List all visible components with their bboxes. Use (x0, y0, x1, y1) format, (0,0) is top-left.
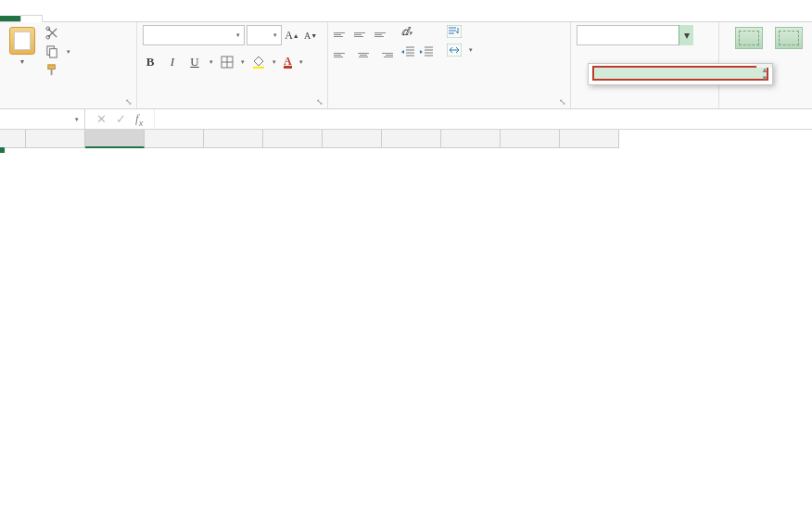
borders-button[interactable] (221, 56, 234, 69)
col-header[interactable] (145, 130, 204, 148)
col-header[interactable] (263, 130, 323, 148)
worksheet-grid[interactable] (0, 130, 812, 148)
align-left-button[interactable] (334, 45, 352, 64)
chevron-down-icon: ▾ (299, 58, 303, 66)
select-all-button[interactable] (0, 130, 26, 148)
chevron-down-icon: ▾ (273, 32, 277, 39)
group-font: ▾ ▾ A▲ A▼ B I U ▾ ▾ ▾ (137, 22, 328, 108)
align-center-button[interactable] (354, 45, 373, 64)
align-top-button[interactable] (334, 25, 352, 44)
col-header[interactable] (560, 130, 619, 148)
bold-button[interactable]: B (143, 55, 158, 69)
underline-button[interactable]: U (187, 55, 202, 69)
group-label-styles (725, 106, 806, 107)
chevron-down-icon: ▾ (241, 58, 245, 66)
more-number-formats-button[interactable] (592, 66, 768, 81)
scrollbar[interactable]: ▲▼ (756, 64, 772, 68)
tab-view[interactable] (145, 16, 165, 21)
tab-developer[interactable] (165, 16, 185, 21)
col-header[interactable] (204, 130, 263, 148)
align-right-button[interactable] (374, 45, 393, 64)
fill-color-button[interactable] (252, 56, 265, 69)
tab-data[interactable] (104, 16, 124, 21)
cond-format-icon (735, 27, 763, 49)
group-clipboard: ▼ ▾ ⤡ (0, 22, 137, 108)
tab-insert[interactable] (43, 16, 63, 21)
chevron-down-icon: ▾ (469, 46, 473, 54)
chevron-down-icon: ▾ (236, 32, 240, 39)
chevron-down-icon: ▾ (273, 58, 276, 66)
chevron-down-icon: ▾ (679, 25, 693, 45)
align-bottom-button[interactable] (374, 25, 393, 44)
group-label-font (143, 106, 322, 107)
tab-home[interactable] (20, 15, 43, 22)
chevron-down-icon: ▾ (209, 58, 213, 66)
scroll-up-icon[interactable]: ▲ (761, 66, 768, 74)
dialog-launcher-icon[interactable]: ⤡ (314, 96, 325, 107)
table-icon (775, 27, 803, 49)
tab-page-layout[interactable] (63, 16, 83, 21)
scroll-down-icon[interactable]: ▼ (761, 74, 768, 82)
cut-button[interactable] (44, 25, 72, 41)
col-header[interactable] (501, 130, 560, 148)
italic-button[interactable]: I (165, 55, 180, 69)
dialog-launcher-icon[interactable]: ⤡ (557, 96, 568, 107)
formula-input[interactable] (154, 109, 812, 129)
col-header[interactable] (441, 130, 501, 148)
dialog-launcher-icon[interactable]: ⤡ (123, 96, 134, 107)
format-as-table-button[interactable] (771, 25, 806, 55)
svg-rect-4 (48, 65, 56, 69)
ribbon-tabs (0, 0, 812, 22)
number-format-select[interactable]: ▾ (577, 25, 693, 45)
brush-icon (45, 63, 59, 77)
fx-icon[interactable]: fx (135, 111, 143, 128)
group-label-clipboard (6, 106, 131, 107)
number-format-dropdown: ▲▼ (588, 63, 773, 85)
tab-file[interactable] (0, 16, 20, 21)
conditional-format-button[interactable] (731, 25, 767, 51)
svg-rect-5 (51, 69, 53, 76)
font-name-select[interactable]: ▾ (143, 25, 245, 45)
orientation-button[interactable]: ⅆ▾ (401, 25, 433, 39)
decrease-font-button[interactable]: A▼ (302, 25, 319, 45)
scissors-icon (45, 26, 59, 40)
paste-button[interactable]: ▼ (6, 25, 39, 67)
merge-center-button[interactable]: ▾ (447, 44, 473, 57)
col-header[interactable] (323, 130, 382, 148)
svg-rect-10 (447, 25, 462, 38)
tab-foxit[interactable] (185, 16, 206, 21)
chevron-down-icon: ▾ (67, 48, 70, 56)
svg-rect-3 (50, 49, 57, 57)
tab-review[interactable] (124, 16, 145, 21)
name-box[interactable]: ▾ (0, 109, 85, 129)
merge-icon (447, 44, 462, 57)
col-header[interactable] (85, 130, 145, 148)
increase-font-button[interactable]: A▲ (284, 25, 300, 45)
cancel-formula-button[interactable]: ✕ (96, 112, 107, 126)
chevron-down-icon: ▾ (75, 116, 79, 123)
col-header[interactable] (26, 130, 85, 148)
decrease-indent-button[interactable] (401, 46, 414, 57)
tab-formulas[interactable] (83, 16, 104, 21)
font-size-select[interactable]: ▾ (247, 25, 282, 45)
chevron-down-icon: ▼ (19, 58, 26, 65)
increase-indent-button[interactable] (420, 46, 433, 57)
copy-button[interactable]: ▾ (44, 44, 72, 59)
format-painter-button[interactable] (44, 62, 72, 78)
selection-outline (0, 148, 4, 152)
col-header[interactable] (382, 130, 441, 148)
wrap-text-icon (447, 25, 462, 38)
svg-rect-9 (253, 67, 264, 69)
font-color-button[interactable]: A (284, 57, 292, 69)
accept-formula-button[interactable]: ✓ (116, 112, 126, 126)
wrap-text-button[interactable] (447, 25, 473, 38)
align-middle-button[interactable] (354, 25, 373, 44)
group-alignment: ⅆ▾ ▾ ⤡ (328, 22, 571, 108)
paste-icon (9, 27, 35, 55)
tab-nitro[interactable] (206, 16, 226, 21)
group-label-alignment (334, 106, 565, 107)
formula-bar: ▾ ✕ ✓ fx (0, 109, 812, 130)
copy-icon (45, 44, 59, 58)
